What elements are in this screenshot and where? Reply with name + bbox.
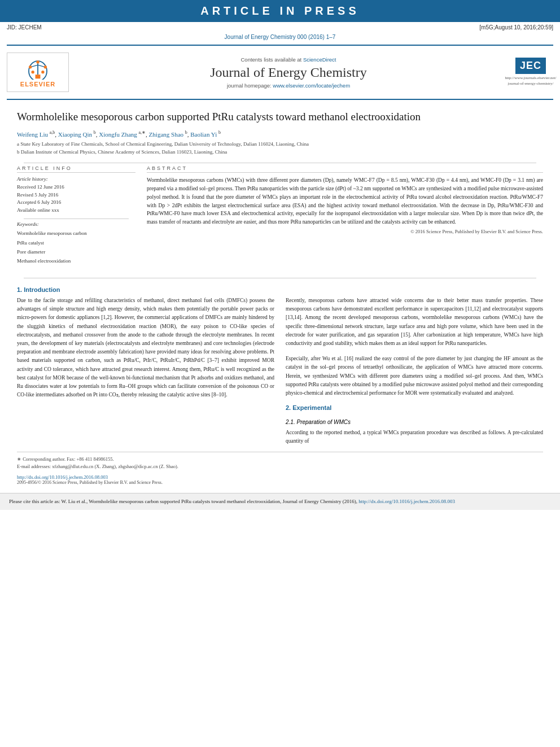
svg-rect-0: [36, 75, 41, 78]
contents-available-line: Contents lists available at ScienceDirec…: [76, 56, 501, 63]
intro-body: Due to the facile storage and refilling …: [17, 296, 543, 445]
svg-point-6: [44, 65, 47, 68]
journal-header: ELSEVIER Contents lists available at Sci…: [0, 48, 560, 97]
elsevier-tree-icon: [18, 57, 58, 80]
preparation-text: According to the reported method, a typi…: [286, 429, 543, 445]
footnote-area: ∗ Corresponding author. Fax: +86 411 849…: [17, 452, 543, 471]
received-date: Received 12 June 2016: [17, 184, 135, 191]
intro-text-col2: Recently, mesoporous carbons have attrac…: [286, 296, 543, 348]
journal-divider: [7, 99, 553, 100]
email-note: E-mail addresses: xfzhang@dlut.edu.cn (X…: [17, 463, 543, 471]
experimental-heading: 2. Experimental: [286, 404, 543, 411]
keywords-list: Wormholelike mesoporous carbon PtRu cata…: [17, 229, 135, 265]
affiliation-b: b Dalian Institute of Chemical Physics, …: [17, 148, 543, 156]
corresponding-note: ∗ Corresponding author. Fax: +86 411 849…: [17, 456, 543, 464]
keyword-4: Methanol electrooxidation: [17, 256, 135, 265]
abstract-col: ABSTRACT Wormholelike mesoporous carbons…: [147, 165, 543, 270]
preparation-heading: 2.1. Preparation of WMCs: [286, 419, 543, 425]
article-info-col: ARTICLE INFO Article history: Received 1…: [17, 165, 135, 270]
copyright-line: © 2016 Science Press, Published by Elsev…: [147, 229, 543, 234]
section-divider: [24, 163, 536, 163]
journal-link-bar: Journal of Energy Chemistry 000 (2016) 1…: [0, 33, 560, 42]
article-history: Article history: Received 12 June 2016 R…: [17, 176, 135, 214]
issn-line: 2095-4956/© 2016 Science Press, Publishe…: [17, 480, 543, 485]
abstract-text: Wormholelike mesoporous carbons (WMCs) w…: [147, 176, 543, 226]
jid-label: JID: JECHEM: [7, 24, 42, 30]
article-title: Wormholelike mesoporous carbon supported…: [17, 110, 543, 124]
journal-title: Journal of Energy Chemistry: [76, 65, 501, 80]
intro-text-col1: Due to the facile storage and refilling …: [17, 296, 274, 399]
stamp-label: [m5G;August 10, 2016;20:59]: [479, 24, 553, 30]
citation-text: Please cite this article as: W. Liu et a…: [9, 499, 358, 504]
svg-point-7: [36, 60, 39, 63]
author-xiongfu: Xiongfu Zhang: [99, 130, 137, 137]
svg-point-8: [31, 71, 34, 73]
abstract-label: ABSTRACT: [147, 165, 543, 173]
available-date: Available online xxx: [17, 207, 135, 215]
accepted-date: Accepted 6 July 2016: [17, 199, 135, 207]
keyword-3: Pore diameter: [17, 247, 135, 256]
journal-center-info: Contents lists available at ScienceDirec…: [76, 56, 501, 89]
article-in-press-banner: ARTICLE IN PRESS: [0, 0, 560, 22]
jec-badge: JEC: [515, 58, 546, 74]
keywords-section: Keywords: Wormholelike mesoporous carbon…: [17, 221, 135, 265]
elsevier-logo: ELSEVIER: [7, 53, 69, 92]
author-zhigang: Zhigang Shao: [149, 130, 183, 137]
affiliation-a: a State Key Laboratory of Fine Chemicals…: [17, 141, 543, 148]
history-label: Article history:: [17, 176, 135, 182]
top-divider: [7, 45, 553, 46]
author-weifeng: Weifeng Liu: [17, 130, 48, 137]
sciencedirect-link[interactable]: ScienceDirect: [303, 56, 336, 63]
homepage-url[interactable]: www.elsevier.com/locate/jechem: [273, 82, 350, 89]
keywords-label: Keywords:: [17, 221, 135, 227]
keyword-1: Wormholelike mesoporous carbon: [17, 229, 135, 238]
journal-link[interactable]: Journal of Energy Chemistry 000 (2016) 1…: [225, 34, 336, 40]
article-info-label: ARTICLE INFO: [17, 165, 135, 173]
doi-line[interactable]: http://dx.doi.org/10.1016/j.jechem.2016.…: [17, 474, 543, 480]
intro-text-col2b: Especially, after Wu et al. [16] realize…: [286, 355, 543, 397]
journal-homepage-line: journal homepage: www.elsevier.com/locat…: [76, 82, 501, 89]
body-divider: [24, 278, 536, 278]
article-body: Wormholelike mesoporous carbon supported…: [0, 110, 560, 485]
svg-point-9: [41, 71, 44, 73]
author-xiaoping: Xiaoping Qin: [58, 130, 92, 137]
jec-url: http://www.journals.elsevier.net/ journa…: [505, 76, 556, 87]
info-divider: [24, 219, 129, 219]
elsevier-wordmark: ELSEVIER: [20, 81, 55, 88]
intro-col1: Due to the facile storage and refilling …: [17, 296, 274, 445]
citation-bar: Please cite this article as: W. Liu et a…: [0, 493, 560, 510]
info-abstract-section: ARTICLE INFO Article history: Received 1…: [17, 165, 543, 270]
intro-heading: 1. Introduction: [17, 286, 543, 293]
affiliations: a State Key Laboratory of Fine Chemicals…: [17, 141, 543, 156]
author-baolian: Baolian Yi: [190, 130, 217, 137]
intro-col2: Recently, mesoporous carbons have attrac…: [286, 296, 543, 445]
keyword-2: PtRu catalyst: [17, 238, 135, 247]
authors-line: Weifeng Liu a,b, Xiaoping Qin b, Xiongfu…: [17, 130, 543, 138]
revised-date: Revised 5 July 2016: [17, 191, 135, 199]
citation-doi[interactable]: http://dx.doi.org/10.1016/j.jechem.2016.…: [358, 499, 455, 504]
jec-logo: JEC http://www.journals.elsevier.net/ jo…: [508, 53, 553, 92]
svg-point-5: [29, 65, 32, 68]
top-meta: JID: JECHEM [m5G;August 10, 2016;20:59]: [0, 22, 560, 33]
